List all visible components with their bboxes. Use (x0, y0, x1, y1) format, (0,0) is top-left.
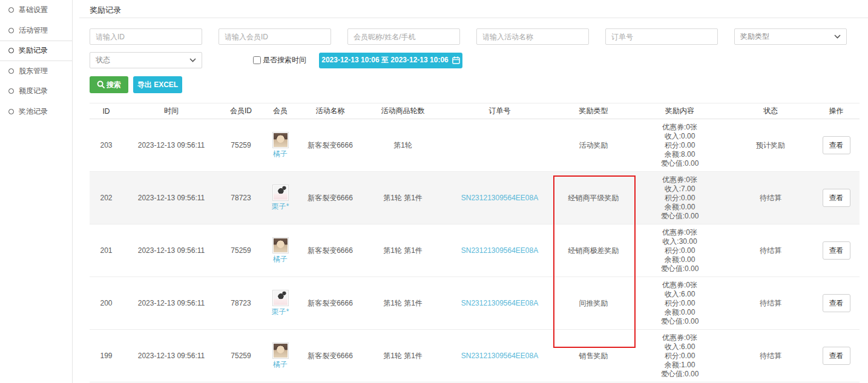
sidebar-item-basic-settings[interactable]: 基础设置 (0, 0, 72, 21)
activity-name-input[interactable] (476, 28, 589, 45)
reward-content-line: 收入:0.00 (631, 132, 728, 141)
chevron-down-icon (834, 34, 841, 39)
cell-action: 查看 (813, 224, 860, 277)
reward-content-line: 余额:1.00 (631, 361, 728, 370)
cell-activity-name: 新客裂变6666 (298, 277, 362, 330)
column-header: 订单号 (444, 103, 556, 119)
member-name-link[interactable]: 橘子 (262, 254, 298, 264)
reward-content-line: 积分:0.00 (631, 352, 728, 361)
cell-round: 第1轮 (362, 119, 444, 172)
column-header: 活动商品轮数 (362, 103, 444, 119)
radio-circle-icon (8, 48, 14, 53)
sidebar-item-label: 奖励记录 (19, 45, 48, 56)
reward-content-line: 收入:30.00 (631, 237, 728, 246)
cell-status: 预计奖励 (728, 119, 813, 172)
member-name-link[interactable]: 橘子 (262, 149, 298, 159)
cell-reward-type: 经销商平级奖励 (556, 172, 631, 224)
reward-content-line: 余额:0.00 (631, 203, 728, 212)
reward-content-line: 爱心值:0.00 (631, 370, 728, 379)
order-number-link[interactable]: SN23121309564EE08A (444, 172, 556, 224)
cell-reward-type: 间推奖励 (556, 277, 631, 330)
order-number-link[interactable]: SN23121309564EE08A (444, 224, 556, 277)
cell-reward-content: 优惠券:0张收入:0.00积分:0.00余额:8.00爱心值:0.00 (631, 119, 728, 172)
member-name-link[interactable]: 栗子* (262, 307, 298, 317)
cell-reward-content: 优惠券:0张收入:6.00积分:0.00余额:1.00爱心值:0.00 (631, 330, 728, 382)
order-number-input[interactable] (605, 28, 718, 45)
column-header: 操作 (813, 103, 860, 119)
sidebar-item-reward-records[interactable]: 奖励记录 (0, 41, 72, 61)
cell-member-id: 75259 (220, 224, 262, 277)
cell-id: 203 (90, 119, 123, 172)
id-input[interactable] (90, 28, 202, 45)
member-id-input[interactable] (219, 28, 331, 45)
view-button[interactable]: 查看 (823, 294, 850, 312)
cell-time: 2023-12-13 09:56:11 (123, 277, 220, 330)
reward-type-select[interactable]: 奖励类型 (734, 28, 847, 45)
view-button[interactable]: 查看 (823, 347, 850, 365)
radio-circle-icon (8, 109, 14, 114)
search-icon (97, 80, 105, 89)
cell-member-id: 75259 (220, 119, 262, 172)
cell-status: 待结算 (728, 224, 813, 277)
reward-content-line: 爱心值:0.00 (631, 159, 728, 168)
column-header: 活动名称 (298, 103, 362, 119)
member-avatar (272, 237, 289, 254)
search-time-checkbox-label: 是否搜索时间 (263, 55, 306, 65)
sidebar-item-label: 股东管理 (19, 66, 48, 76)
cell-activity-name: 新客裂变6666 (298, 330, 362, 382)
radio-circle-icon (8, 7, 14, 13)
cell-activity-name: 新客裂变6666 (298, 172, 362, 224)
view-button[interactable]: 查看 (823, 136, 850, 154)
filter-bar: 奖励类型 状态 是否搜索时间 2023-12-13 10:06 至 2023-1… (90, 28, 860, 93)
export-excel-button[interactable]: 导出 EXCEL (133, 76, 182, 93)
reward-records-table: ID时间会员ID会员活动名称活动商品轮数订单号奖励类型奖励内容状态操作 203 … (90, 103, 860, 382)
table-row: 199 2023-12-13 09:56:11 75259 橘子 新客裂变666… (90, 330, 860, 382)
reward-content-line: 收入:6.00 (631, 290, 728, 299)
cell-status: 待结算 (728, 330, 813, 382)
cell-id: 200 (90, 277, 123, 330)
chevron-down-icon (189, 58, 196, 62)
search-time-checkbox[interactable] (253, 56, 261, 64)
view-button[interactable]: 查看 (823, 241, 850, 260)
order-number-link[interactable]: SN23121309564EE08A (444, 330, 556, 382)
reward-content-line: 积分:0.00 (631, 194, 728, 203)
order-number-link[interactable] (444, 119, 556, 172)
sidebar-item-prize-pool-records[interactable]: 奖池记录 (0, 102, 72, 122)
calendar-icon (452, 56, 460, 64)
reward-content-line: 收入:7.00 (631, 185, 728, 194)
member-nickname-input[interactable] (347, 28, 460, 45)
cell-member: 栗子* (262, 277, 298, 330)
reward-content-line: 收入:6.00 (631, 342, 728, 352)
cell-round: 第1轮 第1件 (362, 172, 444, 224)
reward-content-line: 余额:8.00 (631, 150, 728, 159)
member-name-link[interactable]: 栗子* (262, 201, 298, 212)
status-select[interactable]: 状态 (90, 52, 202, 68)
cell-round: 第1轮 第1件 (362, 277, 444, 330)
column-header: 奖励内容 (631, 103, 728, 119)
sidebar-item-label: 奖池记录 (19, 106, 48, 117)
sidebar-item-shareholder-management[interactable]: 股东管理 (0, 61, 72, 82)
cell-activity-name: 新客裂变6666 (298, 224, 362, 277)
cell-member-id: 78723 (220, 172, 262, 224)
cell-reward-content: 优惠券:0张收入:30.00积分:0.00余额:0.00爱心值:0.00 (631, 224, 728, 277)
member-avatar (272, 290, 289, 306)
cell-member-id: 75259 (220, 330, 262, 382)
page-title: 奖励记录 (90, 5, 121, 16)
date-range-text: 2023-12-13 10:06 至 2023-12-13 10:06 (321, 55, 448, 65)
cell-member: 橘子 (262, 119, 298, 172)
table-row: 203 2023-12-13 09:56:11 75259 橘子 新客裂变666… (90, 119, 860, 172)
reward-content-line: 优惠券:0张 (631, 333, 728, 342)
date-range-button[interactable]: 2023-12-13 10:06 至 2023-12-13 10:06 (319, 53, 462, 68)
sidebar-item-activity-management[interactable]: 活动管理 (0, 21, 72, 41)
main-content: 奖励记录 奖励类型 状态 是否搜 (73, 0, 868, 383)
cell-round: 第1轮 第1件 (362, 330, 444, 382)
sidebar-item-quota-records[interactable]: 额度记录 (0, 81, 72, 102)
member-name-link[interactable]: 橘子 (262, 359, 298, 370)
search-button[interactable]: 搜索 (90, 76, 128, 93)
order-number-link[interactable]: SN23121309564EE08A (444, 277, 556, 330)
view-button[interactable]: 查看 (823, 189, 850, 207)
radio-circle-icon (8, 28, 14, 33)
cell-action: 查看 (813, 277, 860, 330)
radio-circle-icon (8, 68, 14, 74)
column-header: 状态 (728, 103, 813, 119)
